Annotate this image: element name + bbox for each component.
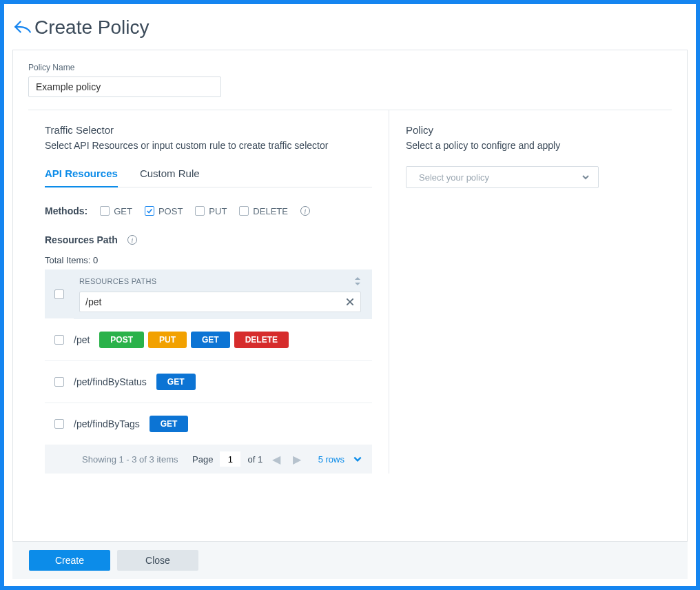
checkbox-icon — [100, 206, 110, 216]
column-header-paths[interactable]: RESOURCES PATHS — [79, 277, 156, 285]
rows-label: 5 rows — [318, 454, 344, 465]
path-filter-box — [79, 292, 361, 312]
checkbox-checked-icon — [145, 206, 154, 216]
clear-filter-icon[interactable] — [345, 297, 355, 307]
row-path: /pet — [74, 334, 90, 345]
table-row: /pet POST PUT GET DELETE — [45, 319, 372, 361]
rows-per-page-select[interactable]: 5 rows — [318, 454, 362, 465]
row-path: /pet/findByStatus — [74, 376, 147, 387]
page-input[interactable] — [220, 451, 240, 467]
badge-delete: DELETE — [234, 332, 289, 348]
row-checkbox[interactable] — [54, 419, 64, 429]
badge-post: POST — [99, 332, 144, 348]
selector-tabs: API Resources Custom Rule — [45, 163, 372, 187]
policy-title: Policy — [406, 124, 655, 136]
policy-name-label: Policy Name — [28, 63, 672, 72]
resources-path-info-icon[interactable]: i — [127, 235, 137, 245]
table-row: /pet/findByTags GET — [45, 403, 372, 445]
create-policy-window: Create Policy Policy Name Traffic Select… — [4, 4, 696, 586]
main-panel: Policy Name Traffic Selector Select API … — [12, 50, 688, 542]
tab-api-resources[interactable]: API Resources — [45, 163, 118, 187]
policy-column: Policy Select a policy to configre and a… — [389, 110, 672, 474]
chevron-down-icon — [581, 173, 590, 181]
method-put-label: PUT — [209, 206, 227, 216]
table-header: RESOURCES PATHS — [45, 269, 372, 319]
back-arrow-icon[interactable] — [14, 19, 32, 37]
traffic-selector-title: Traffic Selector — [45, 124, 372, 136]
close-button[interactable]: Close — [117, 550, 198, 571]
total-items-text: Total Items: 0 — [45, 255, 372, 265]
method-delete-label: DELETE — [253, 206, 288, 216]
badge-get: GET — [156, 374, 196, 390]
methods-label: Methods: — [45, 205, 88, 216]
policy-name-field: Policy Name — [28, 63, 672, 97]
resources-path-row: Resources Path i — [45, 234, 372, 245]
checkbox-icon — [195, 206, 205, 216]
policy-select[interactable]: Select your policy — [406, 166, 599, 188]
table-footer: Showing 1 - 3 of 3 items Page of 1 ◀ ▶ 5… — [45, 445, 372, 474]
methods-info-icon[interactable]: i — [300, 206, 310, 216]
policy-subtitle: Select a policy to configre and apply — [406, 140, 655, 151]
row-checkbox[interactable] — [54, 377, 64, 387]
table-row: /pet/findByStatus GET — [45, 361, 372, 403]
row-checkbox[interactable] — [54, 335, 64, 345]
page-label: Page — [192, 454, 213, 465]
traffic-selector-column: Traffic Selector Select API Resources or… — [28, 110, 389, 474]
method-get-checkbox[interactable]: GET — [100, 206, 132, 216]
badge-get: GET — [191, 332, 230, 348]
method-get-label: GET — [114, 206, 132, 216]
policy-name-input[interactable] — [28, 77, 221, 97]
sort-icon[interactable] — [354, 276, 361, 286]
badge-put: PUT — [148, 332, 187, 348]
page-header: Create Policy — [4, 4, 696, 44]
prev-page-icon[interactable]: ◀ — [269, 453, 283, 466]
two-column-layout: Traffic Selector Select API Resources or… — [28, 110, 672, 474]
select-all-checkbox[interactable] — [54, 289, 64, 299]
method-put-checkbox[interactable]: PUT — [195, 206, 227, 216]
page-of-label: of 1 — [247, 454, 262, 465]
method-post-label: POST — [158, 206, 183, 216]
resources-path-label: Resources Path — [45, 234, 118, 245]
path-filter-input[interactable] — [85, 296, 345, 307]
footer-bar: Create Close — [12, 542, 688, 579]
showing-text: Showing 1 - 3 of 3 items — [82, 454, 178, 465]
checkbox-icon — [239, 206, 249, 216]
chevron-down-icon — [353, 454, 362, 464]
page-title: Create Policy — [34, 17, 150, 39]
resources-table: RESOURCES PATHS /pet POST — [45, 269, 372, 474]
create-button[interactable]: Create — [29, 550, 110, 571]
method-post-checkbox[interactable]: POST — [145, 206, 183, 216]
row-path: /pet/findByTags — [74, 418, 140, 429]
method-delete-checkbox[interactable]: DELETE — [239, 206, 288, 216]
traffic-selector-subtitle: Select API Resources or input custom rul… — [45, 140, 372, 151]
badge-get: GET — [150, 416, 189, 432]
policy-select-placeholder: Select your policy — [419, 172, 489, 183]
next-page-icon[interactable]: ▶ — [290, 453, 304, 466]
tab-custom-rule[interactable]: Custom Rule — [140, 163, 200, 187]
methods-row: Methods: GET POST PUT — [45, 205, 372, 216]
